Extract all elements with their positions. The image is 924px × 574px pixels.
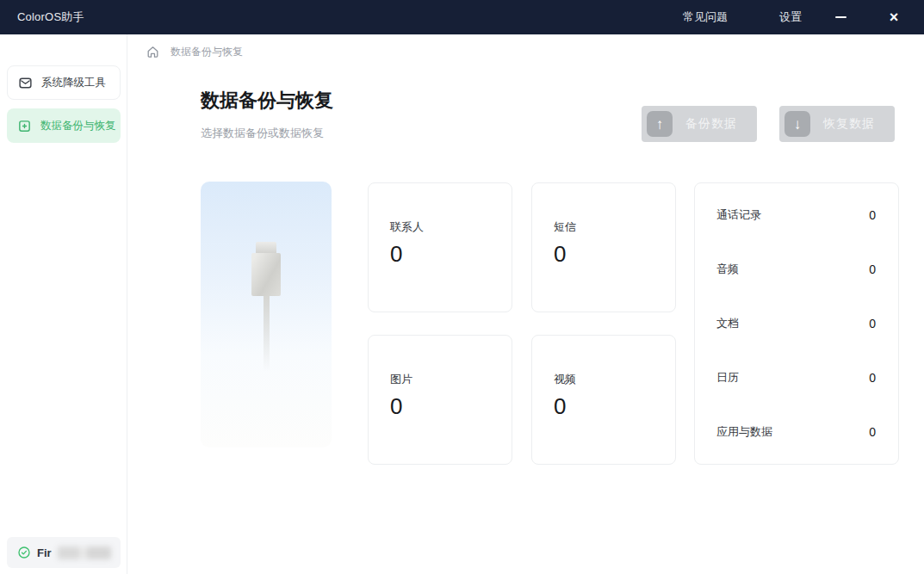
action-buttons: ↑ 备份数据 ↓ 恢复数据 [642,106,895,142]
restore-button-label: 恢复数据 [823,116,875,132]
videos-label: 视频 [554,372,675,387]
calendar-count: 0 [869,371,876,385]
sms-count: 0 [554,241,675,268]
calendar-label: 日历 [716,370,739,386]
calendar-row[interactable]: 日历 0 [695,370,898,386]
sidebar-item-label: 数据备份与恢复 [40,119,116,133]
arrow-up-icon: ↑ [647,111,673,137]
titlebar-menu: 常见问题 设置 × [683,6,908,28]
breadcrumb-label: 数据备份与恢复 [171,45,243,59]
usb-connector-graphic [251,242,281,372]
redacted-text [58,546,111,559]
app-title: ColorOS助手 [17,9,84,25]
sms-label: 短信 [554,219,675,235]
call-log-count: 0 [869,208,876,222]
backup-data-button[interactable]: ↑ 备份数据 [642,106,757,142]
audio-row[interactable]: 音频 0 [695,262,898,277]
documents-label: 文档 [716,316,739,331]
close-icon: × [890,9,899,25]
sidebar-item-backup-restore[interactable]: 数据备份与恢复 [7,108,121,143]
apps-data-label: 应用与数据 [716,424,772,440]
backup-button-label: 备份数据 [685,116,737,132]
faq-link[interactable]: 常见问题 [683,9,728,25]
audio-count: 0 [869,262,876,276]
titlebar: ColorOS助手 常见问题 设置 × [0,0,924,34]
page-subtitle: 选择数据备份或数据恢复 [201,126,324,141]
breadcrumb: 数据备份与恢复 [146,45,243,59]
contacts-label: 联系人 [390,219,512,235]
pictures-label: 图片 [390,372,512,387]
apps-data-count: 0 [869,425,876,439]
settings-link[interactable]: 设置 [779,9,802,25]
pictures-card[interactable]: 图片 0 [368,335,512,465]
inbox-icon [18,76,33,90]
apps-data-row[interactable]: 应用与数据 0 [695,424,898,440]
close-button[interactable]: × [879,6,908,28]
documents-row[interactable]: 文档 0 [695,316,898,331]
contacts-count: 0 [390,241,512,268]
app-window: ColorOS助手 常见问题 设置 × 系统降级工具 [0,0,924,574]
page-title: 数据备份与恢复 [201,88,333,114]
sidebar-item-system-downgrade[interactable]: 系统降级工具 [7,65,121,100]
minimize-button[interactable] [826,6,855,28]
arrow-down-icon: ↓ [784,111,810,137]
device-name: Fir [37,546,52,559]
call-log-label: 通话记录 [716,207,761,223]
call-log-row[interactable]: 通话记录 0 [695,207,898,223]
audio-label: 音频 [716,262,739,277]
main-content: 数据备份与恢复 数据备份与恢复 选择数据备份或数据恢复 ↑ 备份数据 ↓ 恢复数… [128,34,924,574]
sidebar-item-label: 系统降级工具 [41,76,106,90]
check-circle-icon [17,546,31,559]
documents-count: 0 [869,317,876,330]
other-data-panel: 通话记录 0 音频 0 文档 0 日历 0 应用与数据 0 [694,182,899,465]
usb-cable-illustration [201,182,332,447]
videos-card[interactable]: 视频 0 [531,335,676,465]
sidebar: 系统降级工具 数据备份与恢复 Fir [0,34,127,574]
minimize-icon [835,16,846,18]
restore-data-button[interactable]: ↓ 恢复数据 [779,106,895,142]
pictures-count: 0 [390,393,512,420]
videos-count: 0 [554,393,675,420]
contacts-card[interactable]: 联系人 0 [368,182,512,312]
device-status: Fir [7,537,121,568]
home-icon[interactable] [146,45,160,59]
sms-card[interactable]: 短信 0 [531,182,676,312]
square-plus-icon [17,119,32,133]
